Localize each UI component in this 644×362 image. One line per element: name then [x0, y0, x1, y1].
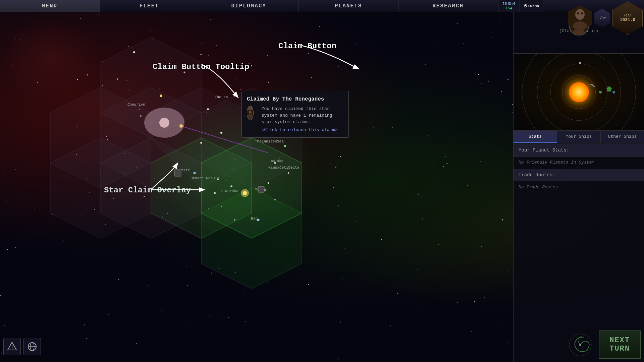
stats-content: Your Planet Stats: No Friendly Planets I…: [514, 144, 644, 193]
svg-point-61: [577, 12, 579, 14]
top-navigation: MENU FLEET DIPLOMACY PLANETS RESEARCH 10…: [0, 0, 644, 12]
map-area[interactable]: Conurlyn The Ka TheEndlessSea Orange Neb…: [0, 12, 513, 362]
svg-point-21: [234, 95, 235, 97]
avatar-level-hex[interactable]: 1/16: [594, 9, 610, 27]
svg-point-41: [124, 173, 125, 174]
next-turn-line1: NEXT: [609, 336, 630, 345]
right-panel: Doun (Class K2 Star) 27% Stats Your Ship…: [513, 0, 644, 362]
credits-value: 10054: [502, 1, 516, 6]
star-system-view: 27%: [514, 54, 644, 131]
turns-value: 6: [524, 3, 527, 9]
svg-point-14: [117, 78, 118, 80]
planet-percentage: 27%: [587, 84, 595, 88]
trade-routes-header: Trade Routes:: [514, 169, 644, 181]
credits-display: 10054 +54: [498, 0, 520, 12]
svg-rect-50: [174, 170, 181, 176]
svg-point-32: [257, 219, 260, 221]
bottom-left-icons: [3, 338, 41, 355]
svg-point-39: [241, 189, 249, 197]
svg-point-19: [207, 108, 209, 110]
tooltip-text: You have claimed this star system and ha…: [262, 106, 343, 125]
nav-fleet[interactable]: FLEET: [100, 0, 199, 12]
svg-point-59: [575, 9, 585, 20]
svg-point-75: [579, 344, 581, 346]
svg-point-56: [249, 112, 250, 112]
globe-icon-btn[interactable]: [23, 338, 41, 355]
star-dots: [0, 12, 513, 362]
svg-point-29: [274, 162, 276, 164]
next-turn-line2: TURN: [609, 345, 630, 353]
tab-row: Stats Your Ships Other Ships: [514, 131, 644, 143]
svg-point-25: [217, 179, 219, 180]
svg-point-31: [284, 145, 286, 147]
svg-point-55: [248, 114, 252, 116]
hex-year-display: 1/16 Year 1031.0: [568, 1, 643, 35]
svg-point-20: [220, 132, 222, 134]
nav-diplomacy[interactable]: DIPLOMACY: [199, 0, 299, 12]
galaxy-spiral-icon: [569, 333, 592, 357]
year-value: 1031.0: [620, 17, 636, 22]
svg-point-15: [160, 95, 162, 97]
svg-point-23: [200, 142, 202, 144]
avatar-progress: 1/16: [598, 16, 606, 20]
svg-point-30: [288, 172, 289, 174]
planet-stats-value: No Friendly Planets In System: [514, 157, 644, 168]
year-hex: Year 1031.0: [612, 1, 643, 35]
svg-marker-68: [606, 86, 612, 92]
svg-point-17: [140, 115, 142, 117]
svg-point-36: [274, 199, 276, 200]
svg-point-43: [167, 213, 168, 214]
svg-point-24: [194, 172, 196, 174]
orbit-planet-1: [599, 91, 602, 94]
svg-point-34: [221, 206, 222, 207]
nav-menu[interactable]: MENU: [0, 0, 100, 12]
svg-rect-51: [258, 186, 264, 192]
next-turn-button[interactable]: NEXT TURN: [599, 330, 641, 359]
nav-research[interactable]: RESEARCH: [398, 0, 498, 12]
svg-point-26: [230, 185, 232, 187]
tab-stats[interactable]: Stats: [514, 131, 557, 143]
svg-point-35: [214, 192, 216, 194]
player-avatar-hex[interactable]: [568, 5, 592, 31]
svg-point-38: [159, 118, 169, 128]
star-center: [569, 82, 589, 102]
svg-point-49: [268, 82, 269, 83]
turns-display: 6 turns: [520, 0, 543, 12]
tab-other-ships[interactable]: Other Ships: [601, 131, 644, 143]
svg-point-28: [268, 182, 269, 184]
tooltip-avatar: [247, 106, 254, 120]
orbit-planet-2: [612, 91, 615, 94]
tooltip-action[interactable]: <Click to release this claim>: [262, 127, 343, 132]
trade-routes-value: No Trade Routes: [514, 181, 644, 193]
planet-stats-header: Your Planet Stats:: [514, 144, 644, 157]
orbit-planet-3: [579, 62, 581, 64]
svg-point-48: [251, 65, 252, 66]
svg-point-40: [107, 139, 108, 140]
svg-point-57: [251, 112, 251, 112]
tab-your-ships[interactable]: Your Ships: [557, 131, 601, 143]
svg-point-42: [144, 196, 145, 197]
credits-delta: +54: [505, 6, 512, 10]
nav-planets[interactable]: PLANETS: [299, 0, 398, 12]
tooltip-title: Claimed By The Renegades: [247, 96, 343, 102]
year-label: Year: [624, 14, 632, 17]
svg-point-18: [184, 72, 185, 73]
turns-label: turns: [528, 4, 539, 8]
svg-point-54: [249, 111, 251, 114]
svg-point-33: [234, 219, 235, 221]
claim-tooltip-box[interactable]: Claimed By The Renegades You have claime…: [241, 91, 349, 138]
svg-point-62: [581, 12, 583, 14]
svg-point-13: [133, 51, 135, 53]
filter-icon-btn[interactable]: [3, 338, 21, 355]
